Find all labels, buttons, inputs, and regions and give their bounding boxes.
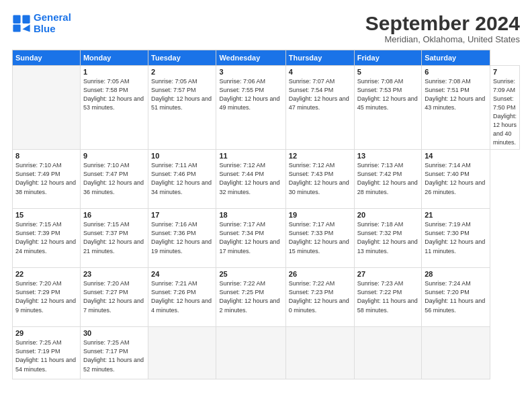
day-number: 10: [151, 152, 213, 160]
calendar-cell: 12Sunrise: 7:12 AMSunset: 7:43 PMDayligh…: [285, 150, 354, 209]
calendar-cell: 7Sunrise: 7:09 AMSunset: 7:50 PMDaylight…: [490, 66, 519, 150]
calendar-cell: 22Sunrise: 7:20 AMSunset: 7:29 PMDayligh…: [13, 268, 81, 327]
day-detail: Sunrise: 7:20 AMSunset: 7:29 PMDaylight:…: [15, 279, 77, 314]
calendar-cell: [422, 327, 490, 379]
calendar-cell: 25Sunrise: 7:22 AMSunset: 7:25 PMDayligh…: [216, 268, 285, 327]
day-number: 24: [151, 270, 213, 278]
day-number: 1: [83, 68, 145, 76]
calendar-cell: 3Sunrise: 7:06 AMSunset: 7:55 PMDaylight…: [216, 66, 285, 150]
week-row-4: 22Sunrise: 7:20 AMSunset: 7:29 PMDayligh…: [13, 268, 520, 327]
calendar-cell: 10Sunrise: 7:11 AMSunset: 7:46 PMDayligh…: [148, 150, 216, 209]
calendar-cell: 16Sunrise: 7:15 AMSunset: 7:37 PMDayligh…: [80, 209, 148, 268]
day-detail: Sunrise: 7:06 AMSunset: 7:55 PMDaylight:…: [219, 77, 282, 112]
day-detail: Sunrise: 7:10 AMSunset: 7:49 PMDaylight:…: [15, 161, 77, 196]
calendar-header-saturday: Saturday: [422, 50, 490, 66]
day-detail: Sunrise: 7:08 AMSunset: 7:51 PMDaylight:…: [425, 77, 487, 112]
day-detail: Sunrise: 7:20 AMSunset: 7:27 PMDaylight:…: [83, 279, 145, 314]
logo-text: General Blue: [34, 12, 71, 34]
calendar-cell: [148, 327, 216, 379]
svg-marker-3: [22, 24, 30, 32]
day-detail: Sunrise: 7:07 AMSunset: 7:54 PMDaylight:…: [289, 77, 351, 112]
day-detail: Sunrise: 7:21 AMSunset: 7:26 PMDaylight:…: [151, 279, 213, 314]
calendar-cell: 4Sunrise: 7:07 AMSunset: 7:54 PMDaylight…: [285, 66, 354, 150]
week-row-5: 29Sunrise: 7:25 AMSunset: 7:19 PMDayligh…: [13, 327, 520, 379]
day-detail: Sunrise: 7:12 AMSunset: 7:44 PMDaylight:…: [219, 161, 282, 196]
day-number: 11: [219, 152, 282, 160]
week-row-3: 15Sunrise: 7:15 AMSunset: 7:39 PMDayligh…: [13, 209, 520, 268]
svg-rect-2: [13, 24, 20, 32]
calendar-cell: 14Sunrise: 7:14 AMSunset: 7:40 PMDayligh…: [422, 150, 490, 209]
day-detail: Sunrise: 7:10 AMSunset: 7:47 PMDaylight:…: [83, 161, 145, 196]
day-detail: Sunrise: 7:25 AMSunset: 7:19 PMDaylight:…: [15, 338, 77, 373]
day-number: 17: [151, 211, 213, 219]
calendar-header-row: SundayMondayTuesdayWednesdayThursdayFrid…: [13, 50, 520, 66]
day-number: 20: [357, 211, 418, 219]
day-number: 29: [15, 329, 77, 337]
day-detail: Sunrise: 7:15 AMSunset: 7:37 PMDaylight:…: [83, 220, 145, 255]
calendar-cell: 23Sunrise: 7:20 AMSunset: 7:27 PMDayligh…: [80, 268, 148, 327]
day-number: 30: [83, 329, 145, 337]
calendar-cell: 18Sunrise: 7:17 AMSunset: 7:34 PMDayligh…: [216, 209, 285, 268]
calendar-cell: 15Sunrise: 7:15 AMSunset: 7:39 PMDayligh…: [13, 209, 81, 268]
day-number: 19: [289, 211, 351, 219]
day-detail: Sunrise: 7:18 AMSunset: 7:32 PMDaylight:…: [357, 220, 418, 255]
calendar-header-friday: Friday: [354, 50, 421, 66]
calendar-cell: [285, 327, 354, 379]
week-row-1: 1Sunrise: 7:05 AMSunset: 7:58 PMDaylight…: [13, 66, 520, 150]
calendar-cell: 21Sunrise: 7:19 AMSunset: 7:30 PMDayligh…: [422, 209, 490, 268]
day-detail: Sunrise: 7:09 AMSunset: 7:50 PMDaylight:…: [493, 77, 517, 147]
day-number: 13: [357, 152, 418, 160]
day-number: 18: [219, 211, 282, 219]
header: General Blue September 2024 Meridian, Ok…: [12, 12, 520, 44]
calendar-cell: 30Sunrise: 7:25 AMSunset: 7:17 PMDayligh…: [80, 327, 148, 379]
day-detail: Sunrise: 7:12 AMSunset: 7:43 PMDaylight:…: [289, 161, 351, 196]
day-detail: Sunrise: 7:05 AMSunset: 7:57 PMDaylight:…: [151, 77, 213, 112]
calendar-cell: 1Sunrise: 7:05 AMSunset: 7:58 PMDaylight…: [80, 66, 148, 150]
day-detail: Sunrise: 7:17 AMSunset: 7:34 PMDaylight:…: [219, 220, 282, 255]
calendar-cell: 28Sunrise: 7:24 AMSunset: 7:20 PMDayligh…: [422, 268, 490, 327]
calendar-cell: 27Sunrise: 7:23 AMSunset: 7:22 PMDayligh…: [354, 268, 421, 327]
calendar-header-tuesday: Tuesday: [148, 50, 216, 66]
day-detail: Sunrise: 7:17 AMSunset: 7:33 PMDaylight:…: [289, 220, 351, 255]
day-number: 3: [219, 68, 282, 76]
day-number: 21: [425, 211, 487, 219]
calendar-cell: 5Sunrise: 7:08 AMSunset: 7:53 PMDaylight…: [354, 66, 421, 150]
day-number: 12: [289, 152, 351, 160]
calendar-cell: 24Sunrise: 7:21 AMSunset: 7:26 PMDayligh…: [148, 268, 216, 327]
day-detail: Sunrise: 7:22 AMSunset: 7:25 PMDaylight:…: [219, 279, 282, 314]
day-detail: Sunrise: 7:25 AMSunset: 7:17 PMDaylight:…: [83, 338, 145, 373]
svg-rect-0: [13, 15, 20, 24]
day-detail: Sunrise: 7:11 AMSunset: 7:46 PMDaylight:…: [151, 161, 213, 196]
svg-rect-1: [22, 15, 30, 24]
day-detail: Sunrise: 7:24 AMSunset: 7:20 PMDaylight:…: [425, 279, 487, 314]
day-number: 4: [289, 68, 351, 76]
day-detail: Sunrise: 7:08 AMSunset: 7:53 PMDaylight:…: [357, 77, 418, 112]
day-number: 2: [151, 68, 213, 76]
day-detail: Sunrise: 7:14 AMSunset: 7:40 PMDaylight:…: [425, 161, 487, 196]
day-detail: Sunrise: 7:19 AMSunset: 7:30 PMDaylight:…: [425, 220, 487, 255]
calendar-header-sunday: Sunday: [13, 50, 81, 66]
calendar-header-monday: Monday: [80, 50, 148, 66]
day-number: 22: [15, 270, 77, 278]
day-detail: Sunrise: 7:16 AMSunset: 7:36 PMDaylight:…: [151, 220, 213, 255]
title-block: September 2024 Meridian, Oklahoma, Unite…: [365, 12, 520, 44]
calendar-cell: 13Sunrise: 7:13 AMSunset: 7:42 PMDayligh…: [354, 150, 421, 209]
calendar-cell: 9Sunrise: 7:10 AMSunset: 7:47 PMDaylight…: [80, 150, 148, 209]
calendar-cell: 20Sunrise: 7:18 AMSunset: 7:32 PMDayligh…: [354, 209, 421, 268]
calendar-header-thursday: Thursday: [285, 50, 354, 66]
day-detail: Sunrise: 7:23 AMSunset: 7:22 PMDaylight:…: [357, 279, 418, 314]
day-detail: Sunrise: 7:22 AMSunset: 7:23 PMDaylight:…: [289, 279, 351, 314]
calendar-cell: 26Sunrise: 7:22 AMSunset: 7:23 PMDayligh…: [285, 268, 354, 327]
logo-icon: [12, 14, 31, 33]
month-title: September 2024: [365, 12, 520, 34]
calendar-cell: [354, 327, 421, 379]
logo: General Blue: [12, 12, 71, 34]
calendar-table: SundayMondayTuesdayWednesdayThursdayFrid…: [12, 50, 520, 379]
day-number: 23: [83, 270, 145, 278]
day-number: 27: [357, 270, 418, 278]
day-detail: Sunrise: 7:13 AMSunset: 7:42 PMDaylight:…: [357, 161, 418, 196]
calendar-cell: 2Sunrise: 7:05 AMSunset: 7:57 PMDaylight…: [148, 66, 216, 150]
location: Meridian, Oklahoma, United States: [365, 34, 520, 44]
day-number: 9: [83, 152, 145, 160]
day-number: 8: [15, 152, 77, 160]
